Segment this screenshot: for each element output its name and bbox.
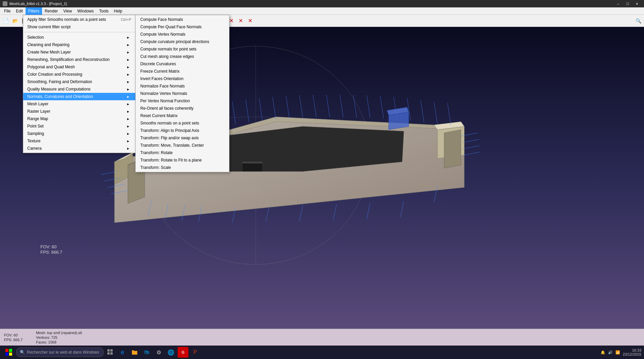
toolbar-new[interactable]: 📄: [1, 16, 10, 25]
clock-date: 23/12/2015: [623, 352, 641, 356]
menu-bar: File Edit Filters Render View Windows To…: [0, 7, 644, 15]
start-button[interactable]: [3, 346, 15, 358]
taskbar-clock[interactable]: 16:33 23/12/2015: [623, 348, 641, 356]
status-left: FOV: 60 FPS: 666.7: [4, 333, 23, 342]
submenu-compute-curvature[interactable]: Compute curvature principal directions: [136, 38, 229, 45]
filters-top-section: Apply filter Smooths normals on a point …: [23, 15, 135, 31]
taskbar-store[interactable]: 🛍: [141, 347, 152, 358]
submenu-compute-per-quad[interactable]: Compute Per-Quad Face Normals: [136, 23, 229, 31]
filter-raster[interactable]: Raster Layer►: [23, 108, 135, 115]
faces-count: Faces: 1568: [36, 340, 82, 344]
taskbar-search-placeholder: Rechercher sur le web et dans Windows: [27, 350, 99, 355]
normals-submenu: Compute Face Normals Compute Per-Quad Fa…: [135, 15, 229, 172]
menu-tools[interactable]: Tools: [97, 7, 111, 15]
taskbar-search-box[interactable]: 🔍 Rechercher sur le web et dans Windows: [16, 348, 104, 357]
taskbar-settings[interactable]: ⚙: [153, 347, 164, 358]
submenu-compute-normals-points[interactable]: Compute normals for point sets: [136, 45, 229, 53]
filter-selection[interactable]: Selection►: [23, 34, 135, 41]
filter-create-mesh[interactable]: Create New Mesh Layer►: [23, 48, 135, 56]
svg-rect-69: [110, 352, 113, 355]
svg-rect-57: [242, 162, 262, 164]
submenu-freeze-matrix[interactable]: Freeze Current Matrix: [136, 68, 229, 75]
submenu-move-translate[interactable]: Transform: Move, Translate, Center: [136, 142, 229, 149]
toolbar-open[interactable]: 📂: [11, 16, 20, 25]
svg-rect-62: [5, 349, 8, 352]
fps-label: FPS: 666.7: [4, 338, 23, 342]
menu-windows[interactable]: Windows: [75, 7, 97, 15]
apply-filter-item[interactable]: Apply filter Smooths normals on a point …: [23, 16, 135, 23]
svg-rect-66: [107, 349, 110, 352]
menu-edit[interactable]: Edit: [13, 7, 26, 15]
submenu-per-vertex-function[interactable]: Per Vertex Normal Function: [136, 97, 229, 105]
minimize-button[interactable]: –: [614, 0, 622, 7]
menu-view[interactable]: View: [61, 7, 75, 15]
app-icon: [3, 1, 7, 6]
task-view-icon: [107, 349, 113, 355]
folder-icon: [132, 349, 138, 355]
menu-render[interactable]: Render: [42, 7, 61, 15]
status-right: Mesh: top smif (repaired).stl Vertices: …: [36, 331, 82, 344]
filters-menu: Apply filter Smooths normals on a point …: [23, 15, 136, 153]
submenu-compute-vertex[interactable]: Compute Vertex Normals: [136, 31, 229, 38]
search-icon: 🔍: [20, 350, 25, 355]
submenu-rotate-fit[interactable]: Transform: Rotate to Fit to a plane: [136, 156, 229, 164]
show-script-label: Show current filter script: [27, 25, 71, 29]
submenu-scale[interactable]: Transform: Scale: [136, 164, 229, 171]
taskbar-powerpoint[interactable]: P: [190, 347, 201, 358]
mesh-name: Mesh: top smif (repaired).stl: [36, 331, 82, 335]
taskbar-multitask[interactable]: [105, 347, 116, 358]
toolbar-del-3[interactable]: ✕: [246, 16, 254, 25]
show-script-item[interactable]: Show current filter script: [23, 23, 135, 31]
clock-time: 16:33: [623, 348, 641, 352]
filter-sampling[interactable]: Sampling►: [23, 130, 135, 137]
filter-remeshing[interactable]: Remeshing, Simplification and Reconstruc…: [23, 56, 135, 63]
filter-normals[interactable]: Normals, Curvatures and Orientation►: [23, 93, 135, 100]
filter-color[interactable]: Color Creation and Processing►: [23, 71, 135, 78]
filter-smoothing[interactable]: Smoothing, Fairing and Deformation►: [23, 78, 135, 85]
submenu-normalize-face[interactable]: Normalize Face Normals: [136, 82, 229, 90]
toolbar-search[interactable]: 🔍: [634, 16, 643, 25]
svg-text:FOV: 60: FOV: 60: [40, 245, 57, 250]
submenu-reset-matrix[interactable]: Reset Current Matrix: [136, 112, 229, 119]
submenu-discrete-curvatures[interactable]: Discrete Curvatures: [136, 60, 229, 68]
taskbar-explorer[interactable]: [129, 347, 140, 358]
filter-point-set[interactable]: Point Set►: [23, 122, 135, 130]
filter-range-map[interactable]: Range Map►: [23, 115, 135, 122]
window-controls[interactable]: – ☐ ✕: [614, 0, 641, 7]
taskbar-chrome[interactable]: 🌐: [166, 347, 176, 358]
submenu-align-principal[interactable]: Transform: Align to Principal Axis: [136, 127, 229, 134]
submenu-smooths-normals[interactable]: Smooths normals on a point sets: [136, 119, 229, 127]
vertices-count: Vertices: 725: [36, 335, 82, 339]
menu-divider-top: [23, 32, 135, 32]
apply-filter-shortcut: Ctrl+P: [121, 17, 131, 22]
submenu-flip-axis[interactable]: Transform: Flip and/or swap axis: [136, 134, 229, 142]
menu-help[interactable]: Help: [111, 7, 125, 15]
speaker-icon[interactable]: 🔊: [608, 350, 613, 355]
svg-rect-65: [9, 353, 12, 356]
close-button[interactable]: ✕: [633, 0, 641, 7]
notification-icon[interactable]: 🔔: [601, 350, 605, 355]
svg-text:FPS: 666.7: FPS: 666.7: [40, 250, 62, 255]
toolbar-del-2[interactable]: ✕: [236, 16, 245, 25]
submenu-compute-face[interactable]: Compute Face Normals: [136, 16, 229, 23]
filter-cleaning[interactable]: Cleaning and Repairing►: [23, 41, 135, 48]
filter-mesh-layer[interactable]: Mesh Layer►: [23, 100, 135, 108]
status-bar: FOV: 60 FPS: 666.7 Mesh: top smif (repai…: [0, 329, 644, 346]
taskbar: 🔍 Rechercher sur le web et dans Windows …: [0, 346, 644, 359]
menu-file[interactable]: File: [1, 7, 13, 15]
submenu-normalize-vertex[interactable]: Normalize Vertex Normals: [136, 90, 229, 97]
menu-filters[interactable]: Filters: [26, 7, 42, 15]
network-icon[interactable]: 📶: [615, 350, 620, 355]
filter-camera[interactable]: Camera►: [23, 145, 135, 152]
taskbar-edge[interactable]: e: [117, 347, 128, 358]
submenu-rotate[interactable]: Transform: Rotate: [136, 149, 229, 156]
submenu-invert-faces[interactable]: Invert Faces Orientation: [136, 75, 229, 82]
maximize-button[interactable]: ☐: [623, 0, 632, 7]
filter-texture[interactable]: Texture►: [23, 137, 135, 145]
submenu-cut-mesh[interactable]: Cut mesh along crease edges: [136, 53, 229, 60]
filter-polygonal[interactable]: Polygonal and Quad Mesh►: [23, 63, 135, 71]
submenu-reorient-faces[interactable]: Re-Orient all faces coherently: [136, 105, 229, 112]
filter-quality[interactable]: Quality Measure and Computations►: [23, 85, 135, 93]
title-bar-left: MeshLab_64bit v1.3.3 - [Project_1]: [3, 1, 67, 6]
taskbar-app1[interactable]: G: [178, 347, 188, 358]
